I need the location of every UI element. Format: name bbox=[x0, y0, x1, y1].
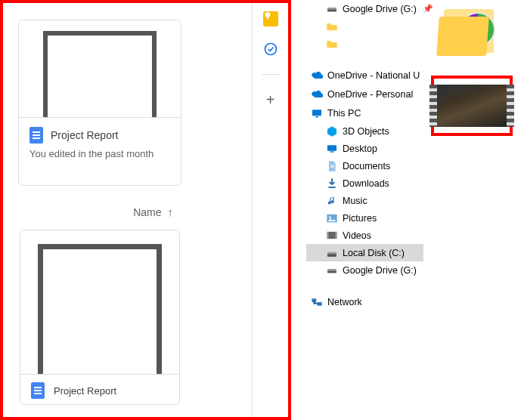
tree-item-downloads[interactable]: Downloads bbox=[306, 174, 423, 192]
video-thumbnail-highlight-frame[interactable] bbox=[431, 76, 513, 136]
tree-item-desktop[interactable]: Desktop bbox=[306, 140, 423, 157]
svg-rect-13 bbox=[327, 232, 328, 239]
side-panel-divider bbox=[262, 74, 279, 75]
folder-front-icon bbox=[436, 17, 489, 56]
tree-item-label: Google Drive (G:) bbox=[343, 265, 417, 276]
tree-item-documents[interactable]: Documents bbox=[306, 157, 423, 174]
svg-rect-12 bbox=[327, 232, 336, 239]
column-header-name[interactable]: Name ↑ bbox=[18, 205, 173, 218]
disk-icon bbox=[326, 247, 338, 259]
folder-thumbnail[interactable] bbox=[433, 5, 505, 63]
tree-item-label: Documents bbox=[343, 161, 390, 171]
tree-item-label: Google Drive (G:) bbox=[343, 4, 417, 14]
svg-rect-5 bbox=[327, 145, 336, 150]
tree-gap bbox=[306, 279, 423, 292]
svg-rect-6 bbox=[330, 151, 333, 152]
tree-item-label: Videos bbox=[343, 230, 371, 241]
tree-item-label: Pictures bbox=[343, 213, 377, 224]
file-title: Project Report bbox=[54, 385, 116, 397]
suggested-file-meta: Project Report You edited in the past mo… bbox=[19, 117, 181, 167]
tree-item-label: Desktop bbox=[343, 144, 377, 154]
pic-icon bbox=[326, 212, 338, 224]
tree-item-music[interactable]: Music bbox=[306, 192, 423, 209]
plus-icon: + bbox=[266, 91, 275, 109]
suggested-file-title: Project Report bbox=[51, 129, 118, 141]
down-icon bbox=[326, 178, 338, 190]
pin-icon: 📌 bbox=[423, 4, 433, 14]
tree-item-3dobjects[interactable]: 3D Objects bbox=[306, 122, 423, 140]
tree-gap bbox=[306, 52, 423, 66]
tree-item-label: Network bbox=[327, 297, 362, 307]
svg-point-11 bbox=[329, 216, 331, 218]
tree-item-label: Music bbox=[343, 196, 367, 206]
video-filmstrip-icon bbox=[437, 85, 507, 127]
explorer-tree: Google Drive (G:)📌›OneDrive - National U… bbox=[306, 0, 423, 311]
tree-item-onedrive-nat[interactable]: ›OneDrive - National U bbox=[306, 66, 423, 85]
add-addon-button[interactable]: + bbox=[262, 91, 279, 108]
tree-item-label: This PC bbox=[327, 108, 361, 119]
google-docs-icon bbox=[31, 382, 45, 399]
file-card[interactable]: Project Report bbox=[20, 230, 180, 405]
tasks-icon[interactable] bbox=[262, 41, 279, 57]
suggested-file-card[interactable]: Project Report You edited in the past mo… bbox=[18, 20, 181, 186]
svg-rect-8 bbox=[330, 166, 334, 167]
suggested-file-preview bbox=[19, 20, 181, 117]
3d-icon bbox=[326, 125, 338, 137]
drive-panel-highlight-frame: Project Report You edited in the past mo… bbox=[0, 0, 291, 420]
svg-rect-4 bbox=[315, 116, 318, 117]
svg-rect-18 bbox=[327, 270, 336, 273]
tree-item-label: Local Disk (C:) bbox=[343, 248, 405, 258]
google-docs-icon bbox=[29, 127, 43, 144]
file-preview bbox=[20, 230, 179, 374]
onedrive-icon bbox=[311, 69, 323, 82]
doc-icon bbox=[326, 160, 338, 172]
drive-icon bbox=[326, 264, 338, 276]
tree-item-thispc[interactable]: ⌄This PC bbox=[306, 103, 423, 122]
explorer-panel: Google Drive (G:)📌›OneDrive - National U… bbox=[299, 0, 524, 420]
suggested-file-subtitle: You edited in the past month bbox=[29, 148, 170, 159]
folder-icon bbox=[326, 38, 338, 50]
svg-rect-16 bbox=[327, 254, 336, 256]
tree-item-label: 3D Objects bbox=[343, 126, 389, 137]
doc-frame-graphic bbox=[43, 31, 157, 117]
tree-item-label: OneDrive - Personal bbox=[327, 89, 413, 100]
svg-rect-3 bbox=[312, 110, 321, 116]
svg-rect-19 bbox=[312, 298, 316, 302]
tree-item-network[interactable]: ›Network bbox=[306, 292, 423, 311]
net-icon bbox=[311, 296, 323, 308]
tree-item-gdrive-g[interactable]: Google Drive (G:) bbox=[306, 261, 423, 279]
tree-item-pictures[interactable]: Pictures bbox=[306, 209, 423, 227]
onedrive-icon bbox=[311, 88, 323, 100]
tree-item-qf1[interactable] bbox=[306, 17, 423, 35]
folder-icon bbox=[326, 20, 338, 32]
desktop-icon bbox=[326, 143, 338, 155]
tree-item-label: Downloads bbox=[343, 178, 389, 189]
tree-item-videos[interactable]: Videos bbox=[306, 227, 423, 244]
file-title-row: Project Report bbox=[20, 374, 179, 405]
tree-item-localdisk[interactable]: Local Disk (C:) bbox=[306, 244, 423, 261]
drive-main-area: Project Report You edited in the past mo… bbox=[3, 3, 249, 417]
doc-frame-graphic bbox=[38, 244, 162, 374]
keep-icon[interactable] bbox=[262, 11, 279, 27]
drive-icon bbox=[326, 3, 338, 15]
svg-rect-14 bbox=[336, 232, 337, 239]
svg-rect-9 bbox=[328, 187, 335, 188]
tree-item-qf2[interactable] bbox=[306, 35, 423, 52]
music-icon bbox=[326, 195, 338, 207]
vid-icon bbox=[326, 230, 338, 242]
drive-side-panel: + bbox=[252, 3, 288, 417]
svg-rect-7 bbox=[330, 165, 334, 165]
svg-rect-2 bbox=[327, 9, 336, 11]
svg-point-0 bbox=[265, 44, 276, 55]
tree-item-gdrive-quick[interactable]: Google Drive (G:)📌 bbox=[306, 0, 423, 17]
tree-item-label: OneDrive - National U bbox=[327, 70, 420, 81]
column-header-label: Name bbox=[133, 206, 161, 218]
pc-icon bbox=[311, 107, 323, 119]
sort-arrow-up-icon: ↑ bbox=[168, 205, 174, 218]
tree-item-onedrive-per[interactable]: ›OneDrive - Personal bbox=[306, 85, 423, 103]
